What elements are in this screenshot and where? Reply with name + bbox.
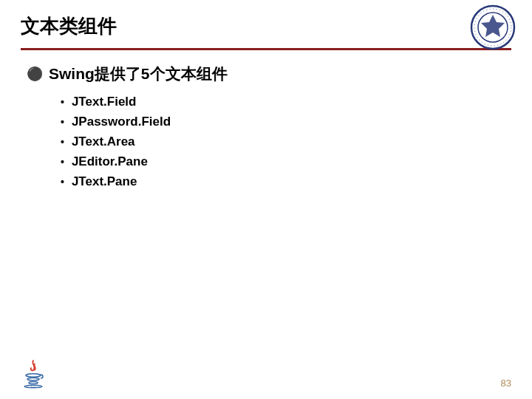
svg-point-3 <box>26 374 41 377</box>
svg-text:Java: Java <box>30 385 37 389</box>
slide: 文本类组件 ⚫ Swing提供了5个文本组件 • JText.Field • J… <box>0 0 532 399</box>
list-item: • JText.Field <box>61 95 505 109</box>
bullet-dot-icon: • <box>61 136 64 148</box>
list-item: • JPassword.Field <box>61 115 505 129</box>
list-item-text: JPassword.Field <box>72 115 171 129</box>
bullet-dot-icon: • <box>61 96 64 108</box>
bullet-marker-icon: ⚫ <box>27 67 43 81</box>
content-area: ⚫ Swing提供了5个文本组件 • JText.Field • JPasswo… <box>21 50 511 189</box>
java-logo-icon: Java <box>21 359 46 389</box>
main-bullet: ⚫ Swing提供了5个文本组件 <box>27 64 505 84</box>
slide-title: 文本类组件 <box>21 13 117 47</box>
main-bullet-text: Swing提供了5个文本组件 <box>49 64 228 84</box>
bullet-dot-icon: • <box>61 176 64 188</box>
bullet-dot-icon: • <box>61 116 64 128</box>
list-item-text: JEditor.Pane <box>72 154 148 169</box>
page-number: 83 <box>501 378 511 389</box>
list-item-text: JText.Pane <box>72 174 137 189</box>
svg-point-5 <box>29 382 38 384</box>
sub-list: • JText.Field • JPassword.Field • JText.… <box>27 95 505 189</box>
list-item: • JEditor.Pane <box>61 154 505 169</box>
footer: Java 83 <box>0 359 532 389</box>
svg-point-4 <box>27 378 39 381</box>
university-seal-icon <box>470 4 516 50</box>
bullet-dot-icon: • <box>61 156 64 168</box>
list-item: • JText.Area <box>61 134 505 149</box>
header-row: 文本类组件 <box>21 13 511 47</box>
list-item: • JText.Pane <box>61 174 505 189</box>
list-item-text: JText.Area <box>72 134 135 149</box>
list-item-text: JText.Field <box>72 95 137 109</box>
